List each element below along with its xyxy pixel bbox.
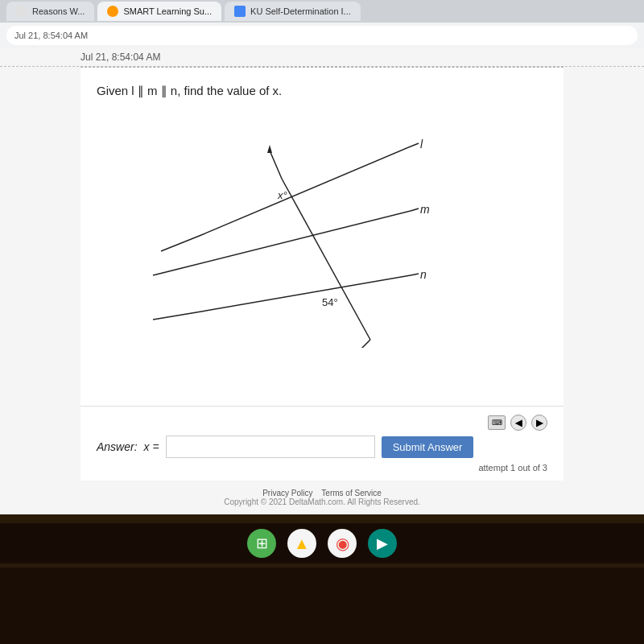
next-button[interactable]: ▶ (531, 415, 547, 431)
svg-line-6 (270, 151, 282, 179)
answer-section: ⌨ ◀ ▶ Answer: x = Submit Answer attempt … (80, 406, 564, 481)
submit-button[interactable]: Submit Answer (382, 436, 474, 458)
svg-marker-7 (267, 145, 272, 153)
answer-input[interactable] (166, 436, 375, 458)
svg-line-2 (185, 211, 411, 267)
question-text: Given l ∥ m ∥ n, find the value of x. (97, 84, 547, 98)
meet-icon[interactable]: ▶ (368, 529, 397, 558)
svg-line-9 (411, 274, 419, 275)
terms-link[interactable]: Terms of Service (321, 489, 381, 497)
apps-icon[interactable]: ⊞ (247, 529, 276, 558)
svg-line-12 (153, 267, 185, 275)
answer-row: Answer: x = Submit Answer (97, 436, 547, 458)
address-bar-row: Jul 21, 8:54:04 AM (0, 23, 644, 48)
svg-line-3 (411, 208, 419, 211)
svg-line-8 (201, 275, 411, 312)
prev-button[interactable]: ◀ (510, 415, 526, 431)
keyboard-icon[interactable]: ⌨ (488, 415, 506, 430)
question-container: Given l ∥ m ∥ n, find the value of x. l … (80, 68, 564, 406)
privacy-link[interactable]: Privacy Policy (262, 489, 312, 497)
keyboard-area (0, 568, 644, 644)
svg-line-13 (153, 312, 201, 320)
tab-reasons[interactable]: Reasons W... (6, 2, 94, 21)
geometry-diagram: l m n (97, 106, 547, 348)
taskbar: ⊞ ▲ ◉ ▶ (0, 523, 644, 564)
browser-chrome: Reasons W... SMART Learning Su... KU Sel… (0, 0, 644, 48)
line-l-label: l (420, 138, 423, 151)
attempt-text: attempt 1 out of 3 (97, 463, 547, 473)
answer-variable: x = (144, 440, 159, 453)
line-n-label: n (420, 268, 427, 281)
address-bar[interactable]: Jul 21, 8:54:04 AM (6, 26, 638, 45)
answer-label: Answer: (97, 440, 138, 453)
copyright-text: Copyright © 2021 DeltaMath.com. All Righ… (8, 497, 636, 506)
footer: Privacy Policy Terms of Service Copyrigh… (0, 481, 644, 514)
tab-smart-learning[interactable]: SMART Learning Su... (97, 2, 221, 21)
svg-line-1 (411, 143, 419, 147)
angle-54-label: 54° (322, 296, 338, 308)
drive-icon[interactable]: ▲ (287, 529, 316, 558)
tab-bar: Reasons W... SMART Learning Su... KU Sel… (0, 0, 644, 23)
svg-line-4 (161, 235, 201, 251)
page-content: Jul 21, 8:54:04 AM Given l ∥ m ∥ n, find… (0, 48, 644, 514)
svg-line-5 (282, 179, 370, 340)
angle-x-label: x° (277, 189, 287, 201)
chrome-icon[interactable]: ◉ (328, 529, 357, 558)
toolbar-row: ⌨ ◀ ▶ (97, 415, 547, 431)
page-header: Jul 21, 8:54:04 AM (0, 48, 644, 67)
line-m-label: m (420, 203, 430, 216)
diagram-area: l m n (97, 106, 547, 348)
svg-line-10 (354, 340, 370, 348)
tab-ku[interactable]: KU Self-Determination I... (225, 2, 361, 21)
